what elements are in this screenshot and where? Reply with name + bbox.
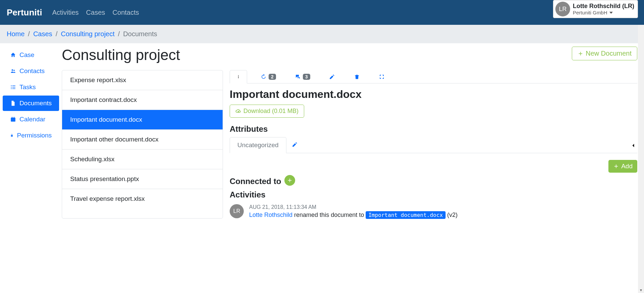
activity-filename-badge: Important document.docx <box>366 211 446 219</box>
crumb-sep: / <box>56 30 58 38</box>
new-document-button[interactable]: New Document <box>572 47 637 60</box>
plus-icon <box>613 163 619 169</box>
sidebar-item-label: Tasks <box>19 83 36 91</box>
document-list-item[interactable]: Important document.docx <box>62 110 223 130</box>
document-list-item[interactable]: Important other document.docx <box>62 130 223 150</box>
nav-contacts[interactable]: Contacts <box>112 9 139 16</box>
svg-rect-2 <box>11 85 12 86</box>
svg-point-0 <box>12 69 13 71</box>
edit-attributes-button[interactable] <box>292 141 298 149</box>
nav-cases[interactable]: Cases <box>86 9 105 16</box>
detail-tab-bar: 2 3 <box>230 70 637 83</box>
document-list-item[interactable]: Status presentation.pptx <box>62 169 223 189</box>
comments-badge: 3 <box>303 74 310 80</box>
activity-entry: LR AUG 21, 2018, 11:13:34 AM Lotte Roths… <box>230 204 637 219</box>
tab-info[interactable] <box>230 70 247 83</box>
sidebar-item-permissions[interactable]: Permissions <box>3 128 59 143</box>
user-menu[interactable]: LR Lotte Rothschild (LR) Pertuniti GmbH <box>553 0 638 18</box>
sidebar-item-label: Documents <box>19 100 52 107</box>
document-list-item[interactable]: Expense report.xlsx <box>62 70 223 90</box>
info-icon <box>235 74 241 80</box>
lock-icon <box>10 132 14 138</box>
sidebar-item-label: Case <box>19 51 34 59</box>
activity-timestamp: AUG 21, 2018, 11:13:34 AM <box>249 204 458 210</box>
svg-point-14 <box>238 75 239 76</box>
sidebar-item-label: Contacts <box>19 67 45 75</box>
crumb-current: Documents <box>123 30 157 38</box>
add-label: Add <box>621 163 633 170</box>
document-list-item[interactable]: Scheduling.xlsx <box>62 150 223 169</box>
download-label: Download (0.01 MB) <box>243 108 298 115</box>
calendar-icon <box>10 116 16 122</box>
tab-history[interactable]: 2 <box>255 70 281 83</box>
attributes-heading: Attributes <box>230 124 637 134</box>
svg-rect-12 <box>11 135 13 136</box>
expand-icon <box>379 74 385 80</box>
history-badge: 2 <box>269 74 276 80</box>
avatar: LR <box>555 2 570 16</box>
download-button[interactable]: Download (0.01 MB) <box>230 105 304 118</box>
page-title: Consulting project <box>62 47 180 63</box>
activity-version: (v2) <box>446 212 458 218</box>
crumb-sep: / <box>118 30 120 38</box>
crumb-home[interactable]: Home <box>7 30 25 38</box>
breadcrumb: Home / Cases / Consulting project / Docu… <box>0 25 644 43</box>
avatar: LR <box>230 204 244 218</box>
history-icon <box>261 74 267 80</box>
document-list-item[interactable]: Important contract.docx <box>62 90 223 110</box>
svg-rect-7 <box>12 89 15 89</box>
user-meta: Lotte Rothschild (LR) Pertuniti GmbH <box>573 3 634 15</box>
pencil-icon <box>329 74 335 80</box>
crumb-cases[interactable]: Cases <box>33 30 52 38</box>
sidebar-item-contacts[interactable]: Contacts <box>3 63 59 79</box>
pencil-icon <box>292 141 298 148</box>
document-list: Expense report.xlsxImportant contract.do… <box>62 70 223 219</box>
user-org: Pertuniti GmbH <box>573 10 634 15</box>
collapse-panel-chevron-icon[interactable] <box>630 142 637 151</box>
attributes-tab-uncategorized[interactable]: Uncategorized <box>230 137 286 153</box>
os-scrollbar[interactable]: ▲ ▼ <box>638 0 644 225</box>
svg-rect-6 <box>11 89 12 89</box>
document-list-item[interactable]: Travel expense report.xlsx <box>62 189 223 209</box>
tab-edit[interactable] <box>324 70 340 83</box>
new-document-label: New Document <box>586 50 632 57</box>
plus-icon <box>578 51 584 57</box>
sidebar-item-label: Permissions <box>17 132 52 139</box>
attributes-tabs: Uncategorized <box>230 137 637 153</box>
connected-heading: Connected to <box>230 177 281 186</box>
sidebar-item-case[interactable]: Case <box>3 47 59 63</box>
tab-expand[interactable] <box>373 70 390 83</box>
document-detail: 2 3 Important docum <box>230 70 637 219</box>
user-org-label: Pertuniti GmbH <box>573 10 607 15</box>
comments-icon <box>295 74 301 80</box>
add-attribute-button[interactable]: Add <box>608 160 637 173</box>
home-icon <box>10 52 16 58</box>
sidebar-item-label: Calendar <box>19 116 45 123</box>
list-icon <box>10 84 16 90</box>
sidebar-item-calendar[interactable]: Calendar <box>3 112 59 127</box>
svg-rect-4 <box>11 87 12 87</box>
sidebar: Case Contacts Tasks Documents Calendar P… <box>0 43 62 225</box>
crumb-project[interactable]: Consulting project <box>61 30 114 38</box>
tab-comments[interactable]: 3 <box>289 70 316 83</box>
brand-logo[interactable]: Pertuniti <box>7 7 42 18</box>
caret-down-icon <box>609 12 613 14</box>
crumb-sep: / <box>28 30 30 38</box>
activity-actor[interactable]: Lotte Rothschild <box>249 212 292 218</box>
svg-rect-11 <box>14 117 14 118</box>
trash-icon <box>354 74 360 80</box>
user-name: Lotte Rothschild (LR) <box>573 3 634 10</box>
add-connection-button[interactable] <box>284 175 295 186</box>
svg-point-1 <box>13 70 15 71</box>
sidebar-item-documents[interactable]: Documents <box>3 96 59 111</box>
nav-links: Activities Cases Contacts <box>52 9 139 16</box>
tab-delete[interactable] <box>349 70 365 83</box>
activity-text: renamed this document to <box>292 212 366 218</box>
nav-activities[interactable]: Activities <box>52 9 79 16</box>
activities-heading: Activities <box>230 190 637 199</box>
svg-rect-3 <box>12 85 15 86</box>
users-icon <box>10 68 16 74</box>
activity-line: Lotte Rothschild renamed this document t… <box>249 212 458 219</box>
document-title: Important document.docx <box>230 88 637 101</box>
sidebar-item-tasks[interactable]: Tasks <box>3 79 59 95</box>
